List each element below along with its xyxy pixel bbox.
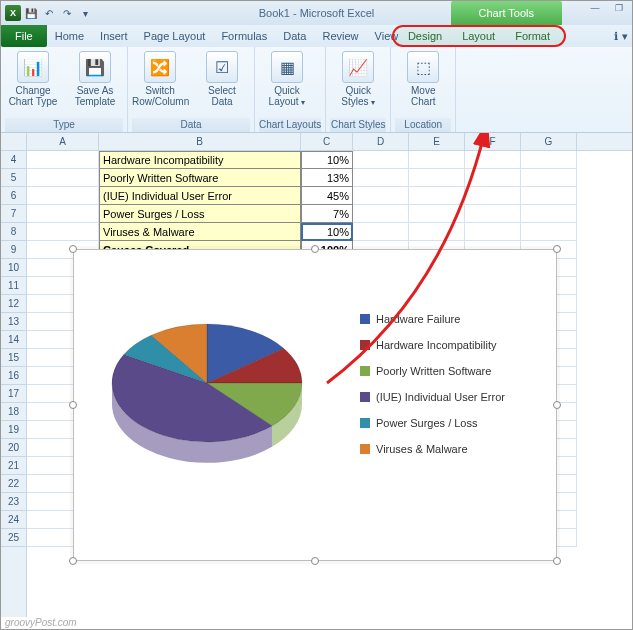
cell-A5[interactable] (27, 169, 99, 187)
cell-B7[interactable]: Power Surges / Loss (99, 205, 301, 223)
cell-E8[interactable] (409, 223, 465, 241)
cell-B6[interactable]: (IUE) Individual User Error (99, 187, 301, 205)
cell-G4[interactable] (521, 151, 577, 169)
chart-handle-se[interactable] (553, 557, 561, 565)
chart-handle-ne[interactable] (553, 245, 561, 253)
cell-B5[interactable]: Poorly Written Software (99, 169, 301, 187)
cell-G7[interactable] (521, 205, 577, 223)
tab-data[interactable]: Data (275, 25, 314, 47)
ctx-tab-format[interactable]: Format (505, 27, 560, 45)
row-header-21[interactable]: 21 (1, 457, 26, 475)
cell-G8[interactable] (521, 223, 577, 241)
cell-A6[interactable] (27, 187, 99, 205)
row-header-16[interactable]: 16 (1, 367, 26, 385)
row-header-12[interactable]: 12 (1, 295, 26, 313)
change-chart-type-button[interactable]: 📊ChangeChart Type (5, 49, 61, 107)
ribbon-minimize-icon[interactable]: ▾ (622, 30, 628, 43)
row-header-8[interactable]: 8 (1, 223, 26, 241)
row-header-13[interactable]: 13 (1, 313, 26, 331)
save-as-template-button[interactable]: 💾Save AsTemplate (67, 49, 123, 107)
row-header-18[interactable]: 18 (1, 403, 26, 421)
row-header-20[interactable]: 20 (1, 439, 26, 457)
row-header-14[interactable]: 14 (1, 331, 26, 349)
row-header-10[interactable]: 10 (1, 259, 26, 277)
chart-handle-nw[interactable] (69, 245, 77, 253)
chart-handle-e[interactable] (553, 401, 561, 409)
cell-B4[interactable]: Hardware Incompatibility (99, 151, 301, 169)
switch-row-column-button[interactable]: 🔀SwitchRow/Column (132, 49, 188, 107)
row-header-19[interactable]: 19 (1, 421, 26, 439)
cell-G6[interactable] (521, 187, 577, 205)
row-header-11[interactable]: 11 (1, 277, 26, 295)
tab-insert[interactable]: Insert (92, 25, 136, 47)
file-tab[interactable]: File (1, 25, 47, 47)
cell-E6[interactable] (409, 187, 465, 205)
row-header-15[interactable]: 15 (1, 349, 26, 367)
chart-handle-sw[interactable] (69, 557, 77, 565)
col-header-D[interactable]: D (353, 133, 409, 150)
cell-D8[interactable] (353, 223, 409, 241)
ctx-tab-design[interactable]: Design (398, 27, 452, 45)
row-header-9[interactable]: 9 (1, 241, 26, 259)
help-icon[interactable]: ℹ (614, 30, 618, 43)
cell-F7[interactable] (465, 205, 521, 223)
cell-B8[interactable]: Viruses & Malware (99, 223, 301, 241)
quick-layout-button[interactable]: ▦QuickLayout (259, 49, 315, 108)
cell-E7[interactable] (409, 205, 465, 223)
cell-D4[interactable] (353, 151, 409, 169)
row-header-25[interactable]: 25 (1, 529, 26, 547)
cell-C8[interactable]: 10% (301, 223, 353, 241)
chart-handle-n[interactable] (311, 245, 319, 253)
cell-G5[interactable] (521, 169, 577, 187)
cell-E5[interactable] (409, 169, 465, 187)
chart-handle-s[interactable] (311, 557, 319, 565)
cell-C6[interactable]: 45% (301, 187, 353, 205)
qat-redo-button[interactable]: ↷ (59, 5, 75, 21)
ctx-tab-layout[interactable]: Layout (452, 27, 505, 45)
cell-D6[interactable] (353, 187, 409, 205)
row-header-23[interactable]: 23 (1, 493, 26, 511)
cell-C5[interactable]: 13% (301, 169, 353, 187)
col-header-B[interactable]: B (99, 133, 301, 150)
col-header-C[interactable]: C (301, 133, 353, 150)
quick-styles-button[interactable]: 📈QuickStyles (330, 49, 386, 108)
row-header-17[interactable]: 17 (1, 385, 26, 403)
cell-F8[interactable] (465, 223, 521, 241)
col-header-G[interactable]: G (521, 133, 577, 150)
tab-review[interactable]: Review (314, 25, 366, 47)
cell-F5[interactable] (465, 169, 521, 187)
col-header-E[interactable]: E (409, 133, 465, 150)
row-header-24[interactable]: 24 (1, 511, 26, 529)
restore-button[interactable]: ❐ (610, 3, 628, 17)
cell-A7[interactable] (27, 205, 99, 223)
tab-home[interactable]: Home (47, 25, 92, 47)
cell-D5[interactable] (353, 169, 409, 187)
cell-C7[interactable]: 7% (301, 205, 353, 223)
select-all-corner[interactable] (1, 133, 26, 151)
qat-undo-button[interactable]: ↶ (41, 5, 57, 21)
row-header-5[interactable]: 5 (1, 169, 26, 187)
select-data-button[interactable]: ☑SelectData (194, 49, 250, 107)
row-header-4[interactable]: 4 (1, 151, 26, 169)
qat-customize-button[interactable]: ▾ (77, 5, 93, 21)
ribbon-group-chart-styles: 📈QuickStyles Chart Styles (326, 47, 391, 132)
cell-F4[interactable] (465, 151, 521, 169)
tab-page-layout[interactable]: Page Layout (136, 25, 214, 47)
col-header-F[interactable]: F (465, 133, 521, 150)
move-chart-button[interactable]: ⬚MoveChart (395, 49, 451, 107)
embedded-chart[interactable]: Hardware FailureHardware Incompatibility… (73, 249, 557, 561)
row-header-22[interactable]: 22 (1, 475, 26, 493)
tab-formulas[interactable]: Formulas (213, 25, 275, 47)
cell-A4[interactable] (27, 151, 99, 169)
cell-F6[interactable] (465, 187, 521, 205)
cell-E4[interactable] (409, 151, 465, 169)
cell-D7[interactable] (353, 205, 409, 223)
chart-handle-w[interactable] (69, 401, 77, 409)
row-header-6[interactable]: 6 (1, 187, 26, 205)
row-header-7[interactable]: 7 (1, 205, 26, 223)
col-header-A[interactable]: A (27, 133, 99, 150)
minimize-button[interactable]: — (586, 3, 604, 17)
cell-C4[interactable]: 10% (301, 151, 353, 169)
qat-save-button[interactable]: 💾 (23, 5, 39, 21)
cell-A8[interactable] (27, 223, 99, 241)
